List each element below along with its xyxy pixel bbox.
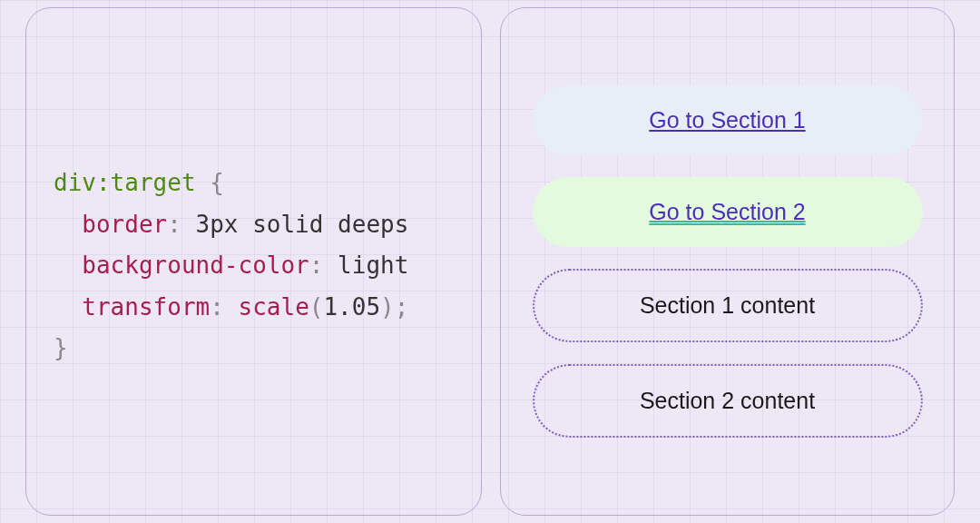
demo-panel: Go to Section 1 Go to Section 2 Section … — [500, 7, 955, 516]
css-pseudo: :target — [96, 169, 196, 196]
code-panel: div:target { border: 3px solid deeps bac… — [25, 7, 482, 516]
link-section-2[interactable]: Go to Section 2 — [533, 177, 923, 247]
colon: : — [210, 293, 224, 321]
css-property: border — [82, 211, 167, 238]
css-number: 1.05 — [323, 293, 380, 321]
css-function: scale — [239, 293, 309, 321]
colon: : — [309, 252, 324, 279]
section-2: Section 2 content — [533, 364, 923, 438]
section-1: Section 1 content — [533, 269, 923, 342]
semicolon: ; — [395, 293, 409, 321]
css-property: transform — [82, 293, 210, 321]
paren-open: ( — [309, 293, 324, 321]
link-section-1[interactable]: Go to Section 1 — [533, 85, 923, 155]
css-value: 3px solid deeps — [181, 211, 408, 238]
css-selector: div — [54, 169, 96, 196]
brace-open: { — [210, 169, 224, 196]
brace-close: } — [54, 334, 68, 361]
css-value: light — [323, 252, 408, 279]
code-block: div:target { border: 3px solid deeps bac… — [54, 163, 463, 370]
paren-close: ) — [380, 293, 395, 321]
css-property: background-color — [82, 252, 309, 279]
colon: : — [167, 211, 181, 238]
